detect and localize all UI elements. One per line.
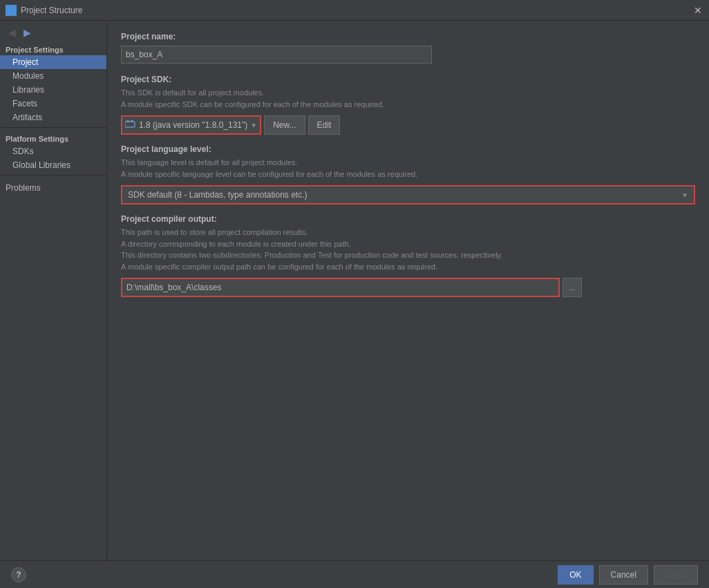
app-icon (6, 5, 17, 16)
sdk-dropdown[interactable]: 1.8 (java version "1.8.0_131") ▼ (121, 115, 261, 135)
language-dropdown[interactable]: SDK default (8 - Lambdas, type annotatio… (121, 185, 695, 205)
sidebar-divider-2 (0, 175, 106, 176)
nav-bar: ◀ ▶ (0, 23, 106, 41)
sdk-dropdown-arrow-icon: ▼ (250, 122, 257, 129)
footer-right: OK Cancel Apply (558, 565, 698, 585)
svg-rect-0 (7, 6, 10, 10)
language-value: SDK default (8 - Lambdas, type annotatio… (128, 190, 679, 200)
sidebar-item-artifacts[interactable]: Artifacts (0, 111, 106, 124)
sidebar-item-project[interactable]: Project (0, 55, 106, 69)
sidebar-item-facets[interactable]: Facets (0, 97, 106, 111)
sidebar-item-sdks[interactable]: SDKs (0, 144, 106, 158)
browse-button[interactable]: ... (563, 278, 582, 297)
sdk-row: 1.8 (java version "1.8.0_131") ▼ New... … (121, 115, 695, 135)
main-area: ◀ ▶ Project Settings Project Modules Lib… (0, 21, 709, 560)
project-sdk-desc1: This SDK is default for all project modu… (121, 87, 695, 110)
sidebar-item-modules[interactable]: Modules (0, 69, 106, 83)
svg-rect-5 (126, 120, 129, 122)
compiler-output-input[interactable] (121, 278, 560, 297)
sidebar-item-global-libraries[interactable]: Global Libraries (0, 158, 106, 172)
svg-rect-6 (131, 120, 133, 122)
svg-rect-2 (7, 11, 10, 15)
content-panel: Project name: Project SDK: This SDK is d… (107, 21, 709, 560)
title-bar-left: Project Structure (6, 5, 82, 16)
platform-settings-header: Platform Settings (0, 131, 106, 144)
sdk-new-button[interactable]: New... (264, 115, 305, 135)
compiler-output-desc: This path is used to store all project c… (121, 227, 695, 272)
project-settings-header: Project Settings (0, 41, 106, 55)
nav-forward-button[interactable]: ▶ (21, 26, 33, 39)
sidebar-item-libraries[interactable]: Libraries (0, 83, 106, 97)
nav-back-button[interactable]: ◀ (6, 26, 18, 39)
compiler-output-row: ... (121, 278, 695, 297)
footer: ? OK Cancel Apply (0, 560, 709, 588)
svg-rect-1 (12, 6, 15, 10)
language-dropdown-arrow-icon: ▼ (681, 191, 688, 199)
language-level-title: Project language level: (121, 144, 695, 154)
help-button[interactable]: ? (11, 567, 26, 582)
cancel-button[interactable]: Cancel (599, 565, 648, 585)
sdk-edit-button[interactable]: Edit (308, 115, 341, 135)
sdk-value: 1.8 (java version "1.8.0_131") (139, 120, 247, 130)
language-level-desc: This language level is default for all p… (121, 157, 695, 180)
project-sdk-title: Project SDK: (121, 75, 695, 84)
sidebar-divider (0, 127, 106, 128)
sidebar-item-problems[interactable]: Problems (0, 181, 106, 195)
project-name-label: Project name: (121, 32, 695, 41)
sdk-icon (125, 120, 136, 131)
window-title: Project Structure (21, 6, 82, 15)
svg-rect-4 (125, 122, 135, 127)
compiler-output-title: Project compiler output: (121, 214, 695, 224)
sidebar: ◀ ▶ Project Settings Project Modules Lib… (0, 21, 107, 560)
ok-button[interactable]: OK (558, 565, 593, 585)
title-bar: Project Structure ✕ (0, 0, 709, 21)
project-structure-window: Project Structure ✕ ◀ ▶ Project Settings… (0, 0, 709, 588)
footer-left: ? (11, 567, 26, 582)
close-button[interactable]: ✕ (692, 5, 703, 16)
svg-rect-3 (12, 11, 15, 15)
project-name-input[interactable] (121, 46, 432, 64)
apply-button[interactable]: Apply (654, 565, 698, 585)
